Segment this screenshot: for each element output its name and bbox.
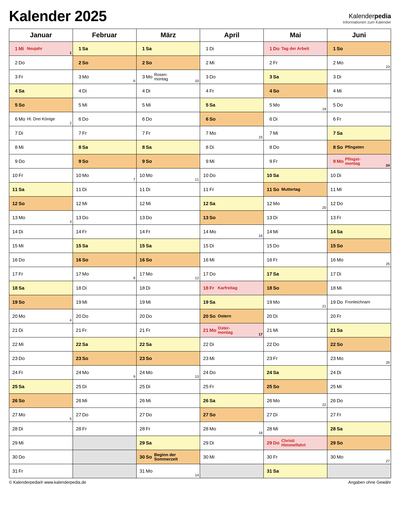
week-number: 13 [195,374,199,379]
day-number: 17 [329,271,337,277]
calendar-cell: 23So [73,351,137,365]
calendar-cell: 8Sa [73,140,137,154]
day-of-week: Mo [146,468,154,474]
day-number: 30 [138,454,146,460]
day-of-week: Fr [82,426,91,431]
calendar-cell: 7Di [9,126,73,140]
day-of-week: Mi [82,201,91,206]
day-of-week: Fr [82,229,91,234]
calendar-cell: 24Sa [263,365,327,380]
day-number: 18 [75,285,82,291]
day-number: 23 [329,356,337,361]
calendar-cell: 8Sa [137,140,200,154]
event-label: Pfingst-montag [345,157,389,166]
day-of-week: Do [209,271,218,277]
day-number: 16 [138,257,146,263]
day-of-week: So [273,384,281,389]
day-of-week: Di [209,440,218,446]
day-number: 14 [11,229,19,234]
day-of-week: Fr [273,454,281,460]
week-number: 26 [386,361,390,365]
calendar-cell: 17Sa [263,267,327,281]
day-of-week: Mo [209,426,218,431]
day-of-week: Do [19,60,27,65]
day-of-week: Sa [273,271,281,277]
day-of-week: Mi [337,285,345,291]
calendar-cell: 29Mi [9,436,73,450]
day-of-week: Mi [209,454,218,460]
week-number: 1 [70,51,72,55]
day-of-week: So [82,257,91,263]
calendar-cell: 19Mo21 [263,295,327,309]
day-number: 19 [138,299,146,305]
day-number: 10 [265,173,273,178]
day-number: 9 [75,158,82,164]
day-number: 17 [138,271,146,277]
day-number: 18 [265,285,273,291]
calendar-cell: 9MoPfingst-montag24 [327,154,391,168]
week-number: 3 [70,220,72,224]
day-of-week: Do [82,215,91,220]
day-number: 12 [11,201,19,206]
day-of-week: Do [146,313,154,319]
day-number: 1 [11,46,19,51]
calendar-cell: 17Do [200,267,263,281]
calendar-cell: 14Sa [327,225,391,239]
calendar-row: 2Do2So2So2Mi2Fr2Mo23 [9,56,391,70]
calendar-cell: 15Do [263,239,327,253]
day-of-week: Di [273,313,281,319]
calendar-cell: 5Sa [200,98,263,112]
calendar-cell: 18FrKarfreitag [200,281,263,295]
day-of-week: Do [82,116,91,122]
day-number: 21 [138,328,146,333]
calendar-cell [73,436,137,450]
day-of-week: Mi [273,130,281,136]
calendar-cell: 30Fr [263,450,327,464]
day-of-week: Sa [146,342,154,347]
day-of-week: Sa [337,130,345,136]
day-of-week: Do [19,158,27,164]
calendar-row: 7Di7Fr7Fr7Mo157Mi7Sa [9,126,391,140]
day-of-week: Sa [19,187,27,192]
calendar-cell: 10Mo11 [137,168,200,182]
day-of-week: So [82,158,91,164]
calendar-row: 28Di28Fr28Fr28Mo1828Mi28Sa [9,422,391,436]
event-label: Christi Himmelfahrt [281,438,326,447]
day-of-week: Mi [337,88,345,94]
day-of-week: Di [146,88,154,94]
calendar-cell [73,450,137,464]
day-of-week: Mi [209,356,218,361]
calendar-cell: 17Fr [9,267,73,281]
day-of-week: Mo [273,398,281,403]
calendar-cell: 9Fr [263,154,327,168]
calendar-cell: 9So [137,154,200,168]
day-of-week: So [273,88,281,94]
week-number: 8 [133,276,135,280]
calendar-cell: 25Di [137,380,200,394]
calendar-cell: 12Do [327,196,391,210]
calendar-cell: 13Fr [327,210,391,225]
calendar-row: 3Fr3Mo63MoRosen-montag103Do3Sa3Di [9,70,391,84]
calendar-cell: 10Do [200,168,263,182]
calendar-cell: 15Sa [137,239,200,253]
calendar-cell [200,464,263,478]
calendar-cell: 5Mi [73,98,137,112]
day-of-week: Di [19,229,27,234]
week-number: 15 [259,135,262,139]
day-of-week: Mo [19,412,27,418]
event-label: Rosen-montag [154,72,199,81]
calendar-cell: 13Di [263,210,327,225]
calendar-cell: 20Do [137,309,200,323]
day-of-week: Mo [146,74,154,80]
event-label: Oster-montag [218,326,262,335]
day-number: 27 [138,412,146,418]
day-of-week: Do [146,116,154,122]
calendar-cell: 31Fr [9,464,73,478]
day-of-week: Mi [82,299,91,305]
calendar-row: 11Sa11Di11Di11Fr11SoMuttertag11Mi [9,182,391,196]
calendar-cell: 24Mo13 [137,365,200,380]
day-of-week: Fr [82,328,91,333]
day-of-week: Di [82,285,91,291]
calendar-cell: 25Mi [327,380,391,394]
day-number: 16 [75,257,82,263]
